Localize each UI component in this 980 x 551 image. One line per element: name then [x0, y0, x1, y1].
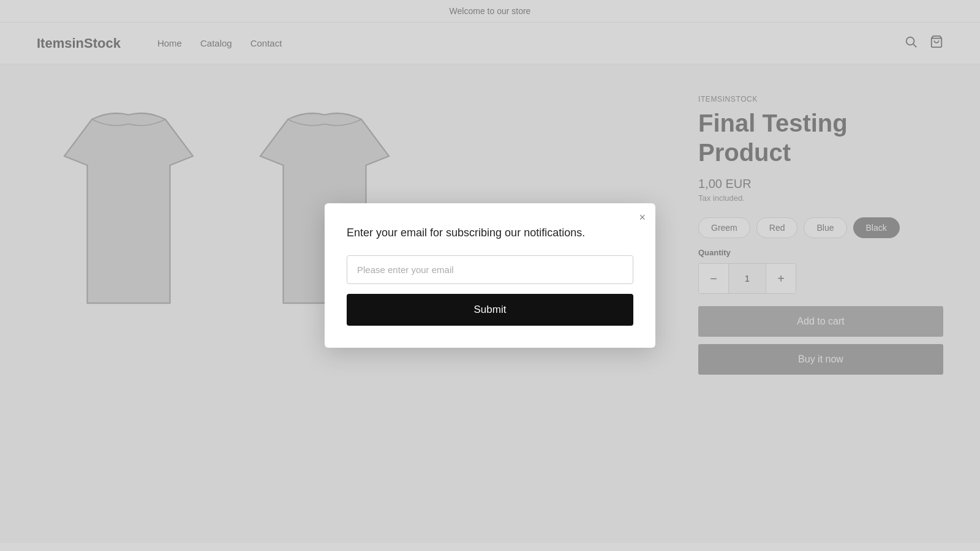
email-input[interactable] — [347, 255, 633, 284]
email-subscription-modal: × Enter your email for subscribing our n… — [325, 203, 655, 348]
modal-close-button[interactable]: × — [639, 212, 646, 223]
modal-wrapper: × Enter your email for subscribing our n… — [325, 203, 655, 348]
submit-button[interactable]: Submit — [347, 294, 633, 326]
modal-title: Enter your email for subscribing our not… — [347, 225, 633, 241]
